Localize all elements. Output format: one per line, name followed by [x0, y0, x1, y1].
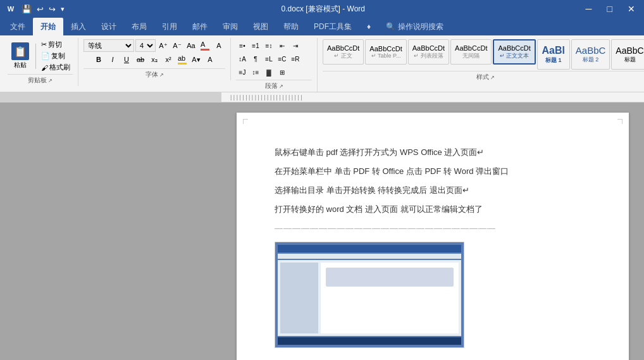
- ruler: | | | | | | | | | | | | | | | | | | | | …: [0, 92, 644, 102]
- highlight-button[interactable]: ab: [176, 53, 189, 66]
- paste-icon: 📋: [11, 42, 29, 60]
- style-no-spacing[interactable]: AaBbCcDt 无间隔: [450, 39, 492, 65]
- show-marks-button[interactable]: ¶: [249, 53, 262, 65]
- style-heading2[interactable]: AaBbC 标题 2: [571, 39, 610, 70]
- corner-mark-tr: [617, 119, 622, 124]
- multilevel-button[interactable]: ≡↕: [263, 39, 275, 52]
- cut-button[interactable]: ✂ 剪切: [39, 39, 73, 50]
- copy-icon: 📄: [41, 52, 50, 60]
- tab-mailings[interactable]: 邮件: [185, 18, 215, 35]
- font-shade-button[interactable]: A▾: [190, 53, 202, 66]
- format-painter-button[interactable]: 🖌 格式刷: [39, 62, 73, 73]
- tab-pdf-tools[interactable]: PDF工具集: [306, 18, 359, 35]
- screenshot-content-placeholder: [326, 268, 454, 287]
- justify-button[interactable]: ≡J: [236, 66, 249, 78]
- paste-button[interactable]: 📋 粘贴: [8, 41, 33, 71]
- styles-container: AaBbCcDt ↵ 正文 AaBbCcDt ↵ Table P... AaBb…: [323, 39, 644, 82]
- tab-insert[interactable]: 插入: [63, 18, 94, 35]
- title-bar: W 💾 ↩ ↪ ▾ 0.docx [兼容模式] - Word ─ □ ✕: [0, 0, 644, 18]
- minimize-button[interactable]: ─: [582, 3, 596, 15]
- font-label[interactable]: 字体↗: [84, 68, 225, 79]
- decrease-font-button[interactable]: A⁻: [171, 39, 183, 52]
- screenshot-inner: [275, 242, 464, 347]
- clipboard-small-buttons: ✂ 剪切 📄 复制 🖌 格式刷: [39, 39, 73, 73]
- increase-font-button[interactable]: A⁺: [157, 39, 170, 52]
- subscript-button[interactable]: x₂: [148, 53, 161, 66]
- tab-view[interactable]: 视图: [245, 18, 276, 35]
- tab-file[interactable]: 文件: [3, 18, 33, 35]
- text-effect-button[interactable]: A: [204, 53, 216, 66]
- font-expand-icon: ↗: [159, 72, 164, 78]
- tab-layout[interactable]: 布局: [124, 18, 154, 35]
- close-button[interactable]: ✕: [624, 3, 639, 15]
- app-icon: W: [5, 3, 16, 15]
- style-body-text[interactable]: AaBbCcDt ↵ 正文文本: [493, 39, 535, 65]
- screenshot-body: [278, 260, 461, 336]
- change-case-button[interactable]: Aa: [185, 39, 197, 52]
- format-painter-icon: 🖌: [41, 64, 48, 71]
- styles-row: AaBbCcDt ↵ 正文 AaBbCcDt ↵ Table P... AaBb…: [323, 39, 644, 70]
- style-list[interactable]: AaBbCcDt ↵ 列表段落: [408, 39, 449, 65]
- font-size-select[interactable]: 4: [135, 39, 156, 52]
- font-color-button[interactable]: A: [199, 39, 211, 52]
- line-spacing-button[interactable]: ↕≡: [249, 66, 262, 78]
- numbering-button[interactable]: ≡1: [249, 39, 262, 52]
- cut-icon: ✂: [41, 40, 47, 49]
- styles-expand-icon: ↗: [490, 75, 495, 80]
- clipboard-inner: 📋 粘贴 ✂ 剪切 📄 复制 🖌 格式刷: [8, 39, 73, 73]
- maximize-button[interactable]: □: [604, 3, 616, 15]
- underline-button[interactable]: U: [120, 53, 133, 66]
- styles-label[interactable]: 样式↗: [323, 71, 644, 82]
- tab-references[interactable]: 引用: [154, 18, 185, 35]
- quick-redo[interactable]: ↪: [49, 4, 56, 14]
- tab-search[interactable]: 🔍 操作说明搜索: [378, 18, 451, 35]
- clipboard-label[interactable]: 剪贴板↗: [8, 74, 73, 85]
- borders-button[interactable]: ⊞: [276, 66, 288, 78]
- sort-button[interactable]: ↕A: [236, 53, 249, 65]
- clipboard-expand-icon: ↗: [48, 78, 53, 84]
- superscript-button[interactable]: x²: [162, 53, 175, 66]
- window-controls: ─ □ ✕: [582, 3, 639, 15]
- decrease-indent-button[interactable]: ⇤: [276, 39, 288, 52]
- style-heading1[interactable]: AaBl 标题 1: [537, 39, 570, 70]
- tab-home[interactable]: 开始: [33, 18, 63, 35]
- paragraph-expand-icon: ↗: [279, 84, 283, 89]
- copy-button[interactable]: 📄 复制: [39, 51, 73, 61]
- highlight-bar: [178, 63, 187, 65]
- doc-line-2: 在开始菜单栏中 单击 PDF 转 Office 点击 PDF 转 Word 弹出…: [275, 163, 591, 180]
- document-content[interactable]: 鼠标右键单击 pdf 选择打开方式为 WPS Office 进入页面↵ 在开始菜…: [221, 102, 644, 360]
- font-name-select[interactable]: 等线: [84, 39, 134, 52]
- search-icon: 🔍: [386, 22, 395, 31]
- strikethrough-button[interactable]: ab: [134, 53, 147, 66]
- style-normal[interactable]: AaBbCcDt ↵ 正文: [323, 39, 364, 65]
- font-color-bar: [201, 49, 209, 51]
- style-heading3[interactable]: AaBbC 标题: [611, 39, 644, 70]
- font-row1: 等线 4 A⁺ A⁻ Aa A A: [84, 39, 225, 52]
- quick-save[interactable]: 💾: [22, 4, 32, 14]
- title-left: W 💾 ↩ ↪ ▾: [5, 3, 65, 15]
- paragraph-label[interactable]: 段落↗: [236, 80, 312, 90]
- clear-formatting-button[interactable]: A: [213, 39, 225, 52]
- bold-button[interactable]: B: [92, 53, 105, 66]
- shading-button[interactable]: ▓: [263, 66, 275, 78]
- bullets-button[interactable]: ≡•: [236, 39, 249, 52]
- tab-help[interactable]: 帮助: [276, 18, 306, 35]
- paste-label: 粘贴: [14, 61, 27, 70]
- align-center-button[interactable]: ≡C: [276, 53, 288, 65]
- screenshot-taskbar: [278, 337, 461, 345]
- align-left-button[interactable]: ≡L: [263, 53, 275, 65]
- doc-line-1: 鼠标右键单击 pdf 选择打开方式为 WPS Office 进入页面↵: [275, 144, 591, 161]
- tab-review[interactable]: 审阅: [215, 18, 245, 35]
- font-row2: B I U ab x₂ x² ab A▾ A: [92, 53, 216, 66]
- italic-button[interactable]: I: [106, 53, 119, 66]
- paragraph-buttons: ≡• ≡1 ≡↕ ⇤ ⇥ ↕A ¶ ≡L ≡C ≡R ≡J ↕≡ ▓ ⊞: [236, 39, 312, 78]
- clipboard-group: 📋 粘贴 ✂ 剪切 📄 复制 🖌 格式刷 剪贴板↗: [3, 38, 78, 86]
- quick-undo[interactable]: ↩: [37, 4, 44, 14]
- style-table[interactable]: AaBbCcDt ↵ Table P...: [365, 39, 406, 65]
- increase-indent-button[interactable]: ⇥: [289, 39, 302, 52]
- doc-line-3: 选择输出目录 单击开始转换 待转换完成后 退出页面↵: [275, 182, 591, 199]
- tab-diamond[interactable]: ♦: [359, 18, 378, 35]
- align-right-button[interactable]: ≡R: [289, 53, 302, 65]
- tab-design[interactable]: 设计: [94, 18, 124, 35]
- left-panel: [0, 102, 221, 360]
